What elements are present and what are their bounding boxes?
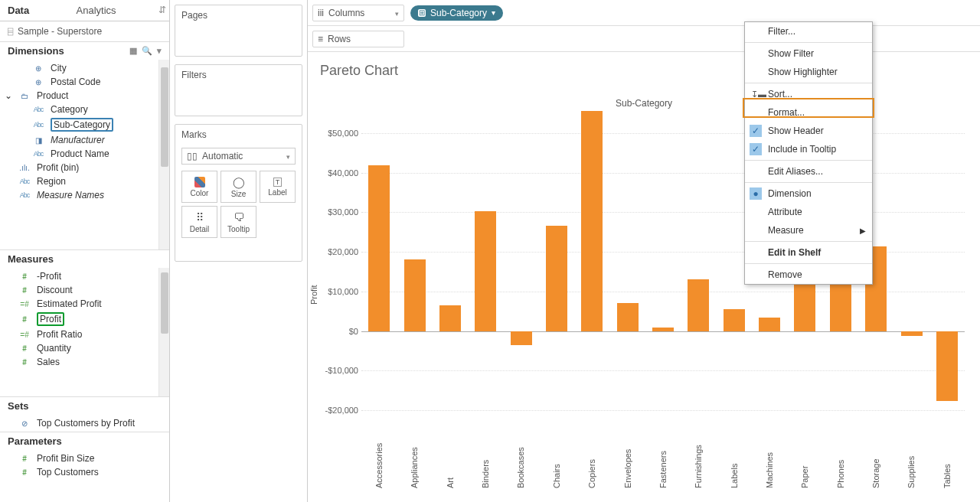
chevron-down-icon[interactable] — [395, 8, 399, 18]
field-label: Product Name — [51, 148, 109, 159]
globe-icon — [31, 64, 46, 73]
bar[interactable] — [652, 328, 674, 331]
number-icon — [17, 272, 32, 281]
menu-show-header[interactable]: ✓Show Header — [745, 122, 872, 140]
param-topcust[interactable]: Top Customers — [0, 465, 169, 479]
dim-postal[interactable]: Postal Code — [0, 75, 169, 89]
meas-negprofit[interactable]: -Profit — [0, 269, 169, 283]
chart-title: Pareto Chart — [315, 60, 972, 86]
menu-measure[interactable]: Measure▶ — [745, 221, 872, 240]
meas-discount[interactable]: Discount — [0, 283, 169, 297]
dim-measurenames[interactable]: Measure Names — [0, 188, 169, 202]
meas-sales[interactable]: Sales — [0, 355, 169, 369]
field-label: Measure Names — [37, 190, 104, 200]
tab-analytics[interactable]: Analytics — [37, 0, 155, 21]
set-topcust[interactable]: ⊘Top Customers by Profit — [0, 416, 169, 430]
rows-label-box: ≡ Rows — [312, 31, 404, 47]
menu-filter[interactable]: Filter... — [745, 22, 872, 41]
tab-dropdown-icon[interactable]: ⇵ — [155, 0, 169, 21]
bar[interactable] — [936, 331, 958, 402]
chevron-down-icon[interactable]: ▾ — [492, 8, 495, 17]
chevron-down-icon: ⌄ — [5, 90, 12, 101]
color-button[interactable]: Color — [181, 171, 217, 203]
abc-icon — [17, 178, 32, 185]
field-label: Product — [37, 90, 68, 101]
meas-profit[interactable]: Profit — [0, 311, 169, 328]
app-root: Data Analytics ⇵ Sample - Superstore Dim… — [0, 0, 980, 502]
label-button[interactable]: TLabel — [260, 171, 296, 203]
tab-data[interactable]: Data — [0, 0, 37, 21]
menu-dimension[interactable]: ●Dimension — [745, 184, 872, 203]
dim-profitbin[interactable]: .ılı.Profit (bin) — [0, 161, 169, 174]
number-icon — [17, 286, 32, 295]
bar[interactable] — [475, 211, 496, 331]
field-label: Sub-Category — [51, 118, 113, 132]
columns-label: Columns — [328, 8, 364, 18]
bar[interactable] — [404, 259, 426, 331]
dim-region[interactable]: Region — [0, 174, 169, 188]
menu-include-tooltip[interactable]: ✓Include in Tooltip — [745, 140, 872, 158]
bar[interactable] — [581, 111, 603, 331]
bar[interactable] — [724, 309, 745, 331]
chart-axis-header: Sub-Category — [616, 98, 672, 109]
size-button[interactable]: ◯Size — [220, 171, 256, 203]
menu-label: Show Header — [768, 126, 824, 136]
menu-sort[interactable]: ↧▬Sort... — [745, 85, 872, 103]
bar[interactable] — [617, 303, 639, 331]
marks-buttons: Color ◯Size TLabel ⠿Detail 🗨Tooltip — [175, 168, 302, 241]
meas-profitratio[interactable]: =#Profit Ratio — [0, 328, 169, 341]
dimensions-list: City Postal Code ⌄🗀Product Category Sub-… — [0, 60, 169, 249]
x-tick-label: Chairs — [539, 419, 574, 488]
field-label: Profit (bin) — [37, 162, 79, 173]
hierarchy-icon: ◨ — [31, 136, 46, 145]
menu-remove[interactable]: Remove — [745, 266, 872, 284]
bar[interactable] — [368, 165, 390, 331]
pill-subcategory[interactable]: ⊞ Sub-Category ▾ — [410, 5, 503, 21]
columns-shelf[interactable]: iii Columns ⊞ Sub-Category ▾ — [308, 0, 980, 26]
dim-subcategory[interactable]: Sub-Category — [0, 116, 169, 133]
meas-quantity[interactable]: Quantity — [0, 341, 169, 355]
filters-shelf[interactable]: Filters — [175, 64, 302, 116]
menu-edit-aliases[interactable]: Edit Aliases... — [745, 162, 872, 181]
dim-manufacturer[interactable]: ◨Manufacturer — [0, 133, 169, 147]
bar[interactable] — [546, 226, 567, 331]
menu-show-highlighter[interactable]: Show Highlighter — [745, 63, 872, 81]
mark-type-select[interactable]: ▯▯ Automatic — [181, 148, 296, 165]
bar[interactable] — [511, 331, 532, 345]
dim-product-folder[interactable]: ⌄🗀Product — [0, 89, 169, 103]
bar[interactable] — [759, 318, 780, 331]
mark-type-label: Automatic — [202, 151, 243, 161]
meas-estprofit[interactable]: =#Estimated Profit — [0, 297, 169, 311]
search-icon[interactable]: 🔍 — [142, 46, 152, 56]
dim-productname[interactable]: Product Name — [0, 147, 169, 161]
view-grid-icon[interactable]: ▦ — [129, 46, 137, 56]
bar[interactable] — [688, 279, 709, 331]
bar[interactable] — [439, 305, 461, 331]
field-label: City — [51, 63, 67, 73]
menu-format[interactable]: Format... — [745, 103, 872, 122]
measures-list: -Profit Discount =#Estimated Profit Prof… — [0, 268, 169, 396]
measures-scrollbar[interactable] — [158, 268, 169, 396]
menu-show-filter[interactable]: Show Filter — [745, 44, 872, 63]
menu-edit-shelf[interactable]: Edit in Shelf — [745, 243, 872, 262]
menu-attribute[interactable]: Attribute — [745, 203, 872, 221]
x-tick-label: Bookcases — [503, 419, 538, 488]
size-icon: ◯ — [233, 176, 245, 188]
expand-icon[interactable]: ⊞ — [418, 9, 426, 17]
menu-icon[interactable]: ▾ — [157, 46, 162, 56]
dim-category[interactable]: Category — [0, 103, 169, 116]
detail-button[interactable]: ⠿Detail — [181, 206, 217, 238]
pages-shelf[interactable]: Pages — [175, 5, 302, 57]
btn-label: Detail — [190, 225, 210, 233]
menu-label: Include in Tooltip — [768, 144, 836, 155]
x-axis-labels: AccessoriesAppliancesArtBindersBookcases… — [361, 419, 965, 488]
datasource-row[interactable]: Sample - Superstore — [0, 21, 169, 41]
dim-city[interactable]: City — [0, 61, 169, 75]
rows-shelf[interactable]: ≡ Rows — [308, 26, 980, 52]
x-tick-label: Binders — [468, 419, 503, 488]
dimensions-scrollbar[interactable] — [158, 60, 169, 249]
x-tick-label: Envelopes — [610, 419, 645, 488]
bar[interactable] — [901, 331, 923, 336]
param-profitbinsize[interactable]: Profit Bin Size — [0, 451, 169, 465]
tooltip-button[interactable]: 🗨Tooltip — [220, 206, 256, 238]
